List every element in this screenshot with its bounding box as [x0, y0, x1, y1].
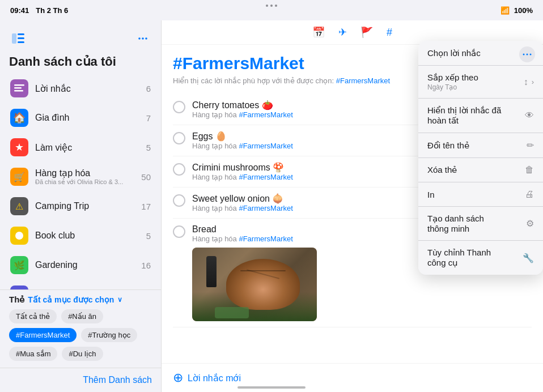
checkbox-mushrooms[interactable]	[173, 163, 185, 176]
add-reminder-bar[interactable]: ⊕ Lời nhắc mới	[162, 363, 543, 392]
camping-icon: ⚠	[10, 197, 28, 215]
tags-filter-label[interactable]: Tất cả mục được chọn	[28, 295, 114, 304]
main-content: 📅 ✈ 🚩 # #FarmersMarket Hiển thị các lời …	[162, 20, 543, 392]
add-list-button[interactable]: Thêm Danh sách	[0, 368, 161, 392]
more-button[interactable]	[519, 46, 535, 62]
tags-header: Thẻ Tất cả mục được chọn ∨	[9, 295, 152, 305]
dropdown-customize-toolbar[interactable]: Tùy chỉnh Thanhcông cụ 🔧	[418, 241, 543, 275]
checkbox-cherry[interactable]	[173, 101, 185, 113]
camping-count: 17	[141, 202, 151, 211]
sidebar-item-reminders[interactable]: Lời nhắc 6	[5, 74, 156, 103]
flag-icon[interactable]: 🚩	[360, 26, 373, 39]
tags-chevron-icon[interactable]: ∨	[117, 296, 122, 304]
smart-list-label: Tạo danh sáchthông minh	[427, 214, 484, 233]
checkbox-onion[interactable]	[173, 194, 185, 207]
sidebar-header	[0, 25, 161, 54]
sidebar-item-family[interactable]: 🏠 Gia đình 7	[5, 103, 156, 133]
sidebar-title: Danh sách của tôi	[0, 54, 161, 74]
sidebar-item-bookclub[interactable]: Book club 5	[5, 221, 156, 250]
gardening-count: 16	[141, 261, 151, 270]
sidebar-more-button[interactable]	[134, 29, 152, 48]
reminders-count: 6	[146, 84, 151, 93]
sidebar-item-plants[interactable]: 🔧 Plants to get 4	[5, 280, 156, 289]
tag-icon[interactable]: #	[387, 27, 392, 39]
svg-rect-8	[14, 87, 22, 89]
smart-list-icon: ⚙	[526, 218, 534, 229]
sidebar-list: Lời nhắc 6 🏠 Gia đình 7 ★ Làm việc 5	[0, 74, 161, 289]
add-reminder-icon: ⊕	[173, 370, 183, 385]
tag-all[interactable]: Tất cả thẻ	[9, 309, 57, 323]
family-label: Gia đình	[35, 113, 139, 123]
delete-tag-icon: 🗑	[525, 165, 534, 175]
svg-rect-3	[18, 41, 24, 43]
bread-image	[192, 248, 317, 321]
dropdown-rename-tag[interactable]: Đổi tên thẻ ✏	[418, 133, 543, 158]
rename-tag-icon: ✏	[527, 140, 534, 151]
sidebar-item-gardening[interactable]: 🌿 Gardening 16	[5, 250, 156, 280]
print-icon: 🖨	[525, 189, 534, 199]
svg-point-11	[523, 54, 525, 56]
print-label: In	[427, 190, 435, 199]
tag-school[interactable]: #Trường học	[81, 328, 137, 342]
main-subtitle-tag: #FarmersMarket	[336, 76, 390, 85]
tag-shopping[interactable]: #Mua sắm	[9, 347, 57, 361]
customize-toolbar-label: Tùy chỉnh Thanhcông cụ	[427, 248, 491, 268]
sidebar-item-work[interactable]: ★ Làm việc 5	[5, 133, 156, 162]
reminders-icon	[10, 79, 28, 97]
svg-rect-1	[18, 33, 24, 35]
app-container: Danh sách của tôi Lời nhắc 6 🏠	[0, 20, 543, 392]
calendar-icon[interactable]: 📅	[312, 26, 325, 39]
tag-travel[interactable]: #Du lịch	[62, 347, 103, 361]
delete-tag-label: Xóa thẻ	[427, 165, 457, 175]
show-completed-icon: 👁	[525, 110, 534, 121]
svg-point-4	[138, 37, 141, 40]
status-time: 09:41	[10, 6, 29, 15]
svg-point-10	[15, 232, 23, 240]
home-indicator	[237, 386, 306, 389]
grocery-count: 50	[141, 172, 151, 182]
sort-by-sublabel: Ngày Tạo	[427, 83, 478, 91]
work-icon: ★	[10, 138, 28, 156]
dropdown-smart-list[interactable]: Tạo danh sáchthông minh ⚙	[418, 207, 543, 241]
family-count: 7	[146, 113, 151, 123]
dropdown-print[interactable]: In 🖨	[418, 182, 543, 207]
sidebar-item-camping[interactable]: ⚠ Camping Trip 17	[5, 191, 156, 221]
dropdown-delete-tag[interactable]: Xóa thẻ 🗑	[418, 158, 543, 182]
family-icon: 🏠	[10, 109, 28, 127]
sidebar-toggle-button[interactable]	[9, 29, 27, 48]
svg-point-5	[142, 37, 144, 40]
tags-title: Thẻ	[9, 295, 24, 305]
battery-status: 100%	[514, 6, 533, 15]
svg-rect-9	[14, 90, 23, 92]
gardening-icon: 🌿	[10, 256, 28, 274]
select-reminder-label: Chọn lời nhắc	[427, 48, 481, 58]
status-day: Th 2 Th 6	[36, 6, 68, 15]
sidebar: Danh sách của tôi Lời nhắc 6 🏠	[0, 20, 162, 392]
svg-point-12	[527, 54, 528, 56]
checkbox-bread[interactable]	[173, 225, 185, 238]
dropdown-menu: Chọn lời nhắc ⊙ Sắp xếp theo Ngày Tạo ↕ …	[418, 41, 543, 275]
bookclub-icon	[10, 227, 28, 245]
bread-photo	[192, 248, 317, 321]
dropdown-show-completed[interactable]: Hiển thị lời nhắc đãhoàn tất 👁	[418, 99, 543, 133]
gardening-label: Gardening	[35, 260, 134, 270]
svg-rect-0	[12, 33, 16, 44]
wifi-icon: 📶	[500, 6, 510, 15]
sidebar-item-grocery[interactable]: 🛒 Hàng tạp hóa Đã chia sẻ với Olivia Ric…	[5, 162, 156, 191]
grocery-subtitle: Đã chia sẻ với Olivia Rico & 3...	[35, 178, 134, 186]
dropdown-sort-by[interactable]: Sắp xếp theo Ngày Tạo ↕ ›	[418, 66, 543, 99]
svg-point-6	[145, 37, 147, 40]
add-reminder-label: Lời nhắc mới	[188, 373, 241, 384]
location-icon[interactable]: ✈	[338, 26, 347, 39]
status-bar: 09:41 Th 2 Th 6 📶 100%	[0, 0, 543, 20]
tag-farmersmarket[interactable]: #FarmersMarket	[9, 328, 77, 342]
reminders-label: Lời nhắc	[35, 83, 139, 94]
customize-toolbar-icon: 🔧	[523, 253, 534, 263]
grocery-label: Hàng tạp hóa	[35, 168, 134, 178]
checkbox-eggs[interactable]	[173, 132, 185, 144]
sort-by-label: Sắp xếp theo	[427, 73, 478, 83]
svg-rect-2	[18, 37, 24, 39]
svg-point-13	[530, 54, 532, 56]
tag-cooking[interactable]: #Nấu ăn	[61, 309, 103, 323]
work-count: 5	[146, 143, 151, 152]
